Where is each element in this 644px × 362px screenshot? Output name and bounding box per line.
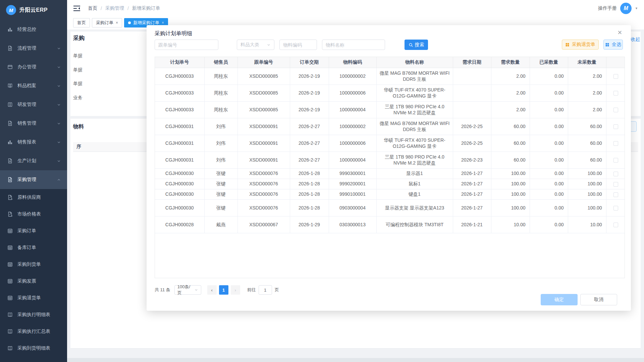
sidebar-item-销售管理[interactable]: 销售管理 xyxy=(0,114,67,133)
breadcrumb-item[interactable]: 首页 xyxy=(88,5,97,11)
purchase-return-button[interactable]: 采购退货单 xyxy=(562,40,599,50)
row-checkbox[interactable] xyxy=(613,108,618,112)
row-checkbox[interactable] xyxy=(613,158,618,163)
goto-page-input[interactable] xyxy=(259,285,272,295)
sidebar-subitem-采购发票[interactable]: 采购发票 xyxy=(0,273,67,290)
tab-首页[interactable]: 首页 xyxy=(73,18,90,27)
prev-page-button[interactable]: ‹ xyxy=(207,285,217,295)
sidebar-subitem-原料供应商[interactable]: 原料供应商 xyxy=(0,189,67,206)
category-select[interactable]: 料品大类 xyxy=(237,40,274,50)
next-page-button[interactable]: › xyxy=(231,285,240,295)
cell: 2.00 xyxy=(568,84,606,101)
sidebar-subitem-采购到货单[interactable]: 采购到货单 xyxy=(0,256,67,273)
column-header-已采数量: 已采数量 xyxy=(530,57,568,68)
confirm-button[interactable]: 确定 xyxy=(541,294,578,305)
cell: 60.00 xyxy=(491,135,530,152)
cell xyxy=(453,68,491,84)
cancel-button[interactable]: 取消 xyxy=(580,294,617,305)
sidebar-item-生产计划[interactable]: 生产计划 xyxy=(0,152,67,170)
row-checkbox[interactable] xyxy=(613,206,618,210)
close-icon[interactable]: × xyxy=(162,21,164,25)
doc-icon xyxy=(7,177,13,182)
cell: 100.00 xyxy=(568,199,606,216)
cell: 显示器支架 显示器支架A123 xyxy=(376,199,453,216)
table-icon xyxy=(7,279,13,284)
manual-link[interactable]: 操作手册 xyxy=(598,5,617,11)
table-icon xyxy=(7,245,13,250)
cell-checkbox xyxy=(606,168,625,179)
horizontal-scrollbar[interactable] xyxy=(67,358,644,362)
current-page-button[interactable]: 1 xyxy=(219,285,228,295)
select-all-button[interactable]: 全选 xyxy=(603,40,623,50)
sidebar-subitem-label: 采购执行明细表 xyxy=(17,312,61,318)
cell: 2026-2-27 xyxy=(290,152,329,168)
sidebar-item-label: 销售报表 xyxy=(17,139,57,145)
cell: 2026-2-19 xyxy=(290,101,329,118)
row-checkbox[interactable] xyxy=(613,172,618,176)
tab-采购订单[interactable]: 采购订单× xyxy=(92,18,122,27)
material-name-input[interactable] xyxy=(322,40,385,50)
close-icon[interactable]: ✕ xyxy=(618,29,622,36)
sidebar-subitem-采购退货单[interactable]: 采购退货单 xyxy=(0,290,67,306)
sidebar-subitem-采购发票明细表[interactable]: 采购发票明细表 xyxy=(0,357,67,362)
cell: 2026-1-27 xyxy=(453,168,491,179)
cell: XSDD000085 xyxy=(237,84,290,101)
breadcrumb-item[interactable]: 采购管理 xyxy=(105,5,124,11)
logo-icon: M xyxy=(6,5,16,15)
cell: 2.00 xyxy=(491,68,530,84)
cell: 戴燕 xyxy=(204,216,237,233)
order-no-input[interactable] xyxy=(155,40,218,50)
page-size-select[interactable]: 100条/页 xyxy=(174,285,201,295)
row-checkbox[interactable] xyxy=(613,124,618,129)
collapse-link[interactable]: 收起 xyxy=(631,37,640,43)
row-checkbox[interactable] xyxy=(613,192,618,197)
material-code-input[interactable] xyxy=(279,40,317,50)
cell: CGJH000030 xyxy=(155,179,204,189)
sidebar-subitem-采购到货明细表[interactable]: 采购到货明细表 xyxy=(0,340,67,357)
table-row: CGJH000030张键XSDD0000762026-1-28999030000… xyxy=(155,168,625,179)
column-seq: 序 xyxy=(76,144,81,150)
sidebar-item-销售报表[interactable]: 销售报表 xyxy=(0,133,67,152)
sidebar-item-流程管理[interactable]: 流程管理 xyxy=(0,39,67,58)
chevron-down-icon[interactable]: ▼ xyxy=(635,7,638,10)
cell: CGJH000033 xyxy=(155,84,204,101)
row-checkbox[interactable] xyxy=(613,141,618,146)
sidebar-item-label: 经营总控 xyxy=(17,26,61,33)
sidebar-item-研发管理[interactable]: 研发管理 xyxy=(0,95,67,114)
breadcrumb-separator: / xyxy=(127,6,129,11)
sidebar-item-经营总控[interactable]: 经营总控 xyxy=(0,20,67,39)
sidebar-item-办公管理[interactable]: 办公管理 xyxy=(0,58,67,76)
row-checkbox[interactable] xyxy=(613,74,618,79)
sidebar-item-料品档案[interactable]: 料品档案 xyxy=(0,76,67,95)
sidebar-subitem-采购订单[interactable]: 采购订单 xyxy=(0,223,67,239)
avatar[interactable]: M xyxy=(620,3,632,14)
cell: 1000000004 xyxy=(329,101,376,118)
cell: 可编程控制器模块 TM3TI8T xyxy=(376,216,453,233)
close-icon[interactable]: × xyxy=(116,21,118,25)
cell: 0.00 xyxy=(530,216,568,233)
table-icon xyxy=(7,228,13,234)
cell: 鼠标1 xyxy=(376,179,453,189)
app-root: M 升阳云ERP 经营总控流程管理办公管理料品档案研发管理销售管理销售报表生产计… xyxy=(0,0,644,362)
table-row: CGJH000030张键XSDD0000762026-1-28999010000… xyxy=(155,189,625,199)
sidebar-subitem-采购执行汇总表[interactable]: 采购执行汇总表 xyxy=(0,323,67,340)
sidebar-subitem-label: 备库订单 xyxy=(17,245,61,251)
sidebar-subitem-备库订单[interactable]: 备库订单 xyxy=(0,239,67,256)
search-button[interactable]: 搜索 xyxy=(405,40,428,50)
row-checkbox[interactable] xyxy=(613,223,618,227)
cell: 0.00 xyxy=(530,101,568,118)
sidebar-subitem-采购执行明细表[interactable]: 采购执行明细表 xyxy=(0,306,67,323)
cell: 100.00 xyxy=(568,179,606,189)
cell: CGJH000033 xyxy=(155,68,204,84)
cell: CGJH000031 xyxy=(155,152,204,168)
cell: 2026-2-19 xyxy=(290,84,329,101)
cell: 1000000004 xyxy=(329,152,376,168)
cell: 1000000002 xyxy=(329,68,376,84)
row-checkbox[interactable] xyxy=(613,182,618,187)
cell: XSDD000076 xyxy=(237,179,290,189)
cell: XSDD000091 xyxy=(237,135,290,152)
collapse-sidebar-icon[interactable] xyxy=(73,5,80,11)
sidebar-subitem-市场价格表[interactable]: 市场价格表 xyxy=(0,206,67,223)
sidebar-item-采购管理[interactable]: 采购管理 xyxy=(0,170,67,189)
row-checkbox[interactable] xyxy=(613,91,618,96)
